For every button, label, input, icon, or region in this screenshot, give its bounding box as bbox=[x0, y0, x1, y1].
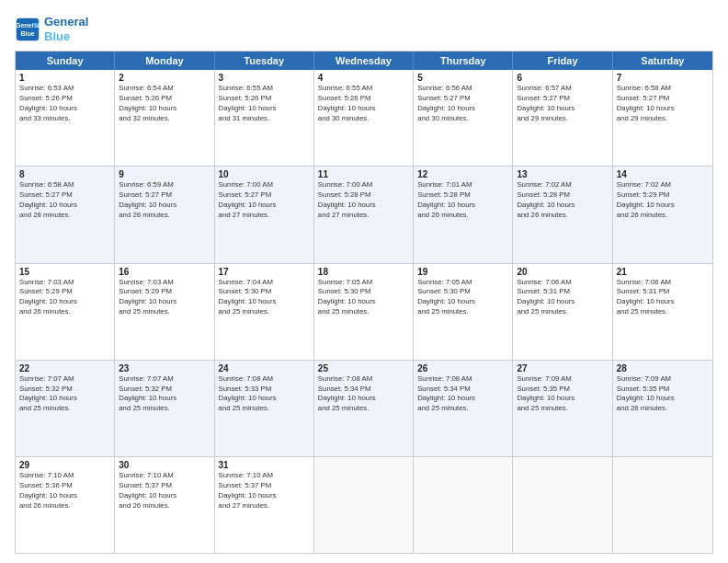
day-info: Sunrise: 7:10 AMSunset: 5:37 PMDaylight:… bbox=[119, 471, 210, 511]
day-info: Sunrise: 7:06 AMSunset: 5:31 PMDaylight:… bbox=[617, 278, 709, 318]
day-number: 30 bbox=[119, 460, 210, 470]
week-row-1: 1Sunrise: 6:53 AMSunset: 5:26 PMDaylight… bbox=[16, 70, 712, 166]
day-number: 14 bbox=[617, 169, 709, 179]
svg-text:Blue: Blue bbox=[20, 30, 34, 37]
day-5: 5Sunrise: 6:56 AMSunset: 5:27 PMDaylight… bbox=[414, 70, 513, 166]
day-24: 24Sunrise: 7:08 AMSunset: 5:33 PMDayligh… bbox=[215, 361, 314, 456]
day-1: 1Sunrise: 6:53 AMSunset: 5:26 PMDaylight… bbox=[16, 70, 115, 166]
day-info: Sunrise: 7:05 AMSunset: 5:30 PMDaylight:… bbox=[318, 278, 409, 318]
empty-cell bbox=[314, 457, 414, 553]
day-info: Sunrise: 7:03 AMSunset: 5:29 PMDaylight:… bbox=[19, 278, 110, 318]
day-27: 27Sunrise: 7:09 AMSunset: 5:35 PMDayligh… bbox=[513, 361, 612, 456]
day-number: 7 bbox=[617, 73, 709, 83]
day-25: 25Sunrise: 7:08 AMSunset: 5:34 PMDayligh… bbox=[314, 361, 414, 456]
empty-cell bbox=[513, 457, 612, 553]
day-28: 28Sunrise: 7:09 AMSunset: 5:35 PMDayligh… bbox=[613, 361, 712, 456]
day-2: 2Sunrise: 6:54 AMSunset: 5:26 PMDaylight… bbox=[115, 70, 214, 166]
day-info: Sunrise: 7:09 AMSunset: 5:35 PMDaylight:… bbox=[617, 374, 709, 415]
day-number: 15 bbox=[19, 267, 110, 277]
day-number: 24 bbox=[219, 363, 310, 373]
day-13: 13Sunrise: 7:02 AMSunset: 5:28 PMDayligh… bbox=[513, 167, 612, 262]
day-number: 21 bbox=[617, 267, 709, 277]
day-number: 6 bbox=[517, 73, 608, 83]
day-number: 3 bbox=[219, 73, 310, 83]
day-18: 18Sunrise: 7:05 AMSunset: 5:30 PMDayligh… bbox=[314, 264, 414, 360]
header-day-thursday: Thursday bbox=[414, 52, 513, 70]
day-number: 9 bbox=[119, 169, 210, 179]
day-number: 28 bbox=[617, 363, 709, 373]
day-info: Sunrise: 7:08 AMSunset: 5:34 PMDaylight:… bbox=[318, 374, 409, 415]
logo-icon: General Blue bbox=[15, 17, 40, 42]
day-7: 7Sunrise: 6:58 AMSunset: 5:27 PMDaylight… bbox=[613, 70, 712, 166]
page-header: General Blue GeneralBlue bbox=[15, 15, 713, 43]
day-info: Sunrise: 6:55 AMSunset: 5:26 PMDaylight:… bbox=[219, 84, 310, 124]
day-4: 4Sunrise: 6:55 AMSunset: 5:26 PMDaylight… bbox=[314, 70, 414, 166]
day-17: 17Sunrise: 7:04 AMSunset: 5:30 PMDayligh… bbox=[215, 264, 314, 360]
day-number: 26 bbox=[417, 363, 508, 373]
day-number: 13 bbox=[517, 169, 608, 179]
day-26: 26Sunrise: 7:08 AMSunset: 5:34 PMDayligh… bbox=[414, 361, 513, 456]
day-number: 12 bbox=[417, 169, 508, 179]
header-day-monday: Monday bbox=[115, 52, 214, 70]
day-12: 12Sunrise: 7:01 AMSunset: 5:28 PMDayligh… bbox=[414, 167, 513, 262]
day-number: 11 bbox=[318, 169, 409, 179]
day-number: 4 bbox=[318, 73, 409, 83]
day-31: 31Sunrise: 7:10 AMSunset: 5:37 PMDayligh… bbox=[215, 457, 314, 553]
day-30: 30Sunrise: 7:10 AMSunset: 5:37 PMDayligh… bbox=[115, 457, 214, 553]
day-info: Sunrise: 7:10 AMSunset: 5:36 PMDaylight:… bbox=[19, 471, 110, 511]
day-info: Sunrise: 6:57 AMSunset: 5:27 PMDaylight:… bbox=[517, 84, 608, 124]
day-16: 16Sunrise: 7:03 AMSunset: 5:29 PMDayligh… bbox=[115, 264, 214, 360]
day-info: Sunrise: 6:53 AMSunset: 5:26 PMDaylight:… bbox=[19, 84, 110, 124]
day-info: Sunrise: 7:06 AMSunset: 5:31 PMDaylight:… bbox=[517, 278, 608, 318]
day-23: 23Sunrise: 7:07 AMSunset: 5:32 PMDayligh… bbox=[115, 361, 214, 456]
day-number: 19 bbox=[417, 267, 508, 277]
day-info: Sunrise: 6:59 AMSunset: 5:27 PMDaylight:… bbox=[119, 180, 210, 221]
calendar-page: General Blue GeneralBlue SundayMondayTue… bbox=[0, 0, 728, 563]
day-info: Sunrise: 7:00 AMSunset: 5:28 PMDaylight:… bbox=[318, 180, 409, 221]
week-row-4: 22Sunrise: 7:07 AMSunset: 5:32 PMDayligh… bbox=[16, 360, 712, 456]
week-row-2: 8Sunrise: 6:58 AMSunset: 5:27 PMDaylight… bbox=[16, 166, 712, 262]
header-day-tuesday: Tuesday bbox=[215, 52, 314, 70]
day-number: 22 bbox=[19, 363, 110, 373]
header-day-sunday: Sunday bbox=[16, 52, 115, 70]
day-info: Sunrise: 6:56 AMSunset: 5:27 PMDaylight:… bbox=[417, 84, 508, 124]
day-number: 17 bbox=[219, 267, 310, 277]
week-row-3: 15Sunrise: 7:03 AMSunset: 5:29 PMDayligh… bbox=[16, 263, 712, 360]
day-8: 8Sunrise: 6:58 AMSunset: 5:27 PMDaylight… bbox=[16, 167, 115, 262]
day-info: Sunrise: 7:04 AMSunset: 5:30 PMDaylight:… bbox=[219, 278, 310, 318]
day-29: 29Sunrise: 7:10 AMSunset: 5:36 PMDayligh… bbox=[16, 457, 115, 553]
header-day-friday: Friday bbox=[513, 52, 612, 70]
day-22: 22Sunrise: 7:07 AMSunset: 5:32 PMDayligh… bbox=[16, 361, 115, 456]
day-info: Sunrise: 6:58 AMSunset: 5:27 PMDaylight:… bbox=[19, 180, 110, 221]
day-info: Sunrise: 7:10 AMSunset: 5:37 PMDaylight:… bbox=[219, 471, 310, 511]
logo-text: GeneralBlue bbox=[44, 15, 88, 43]
week-row-5: 29Sunrise: 7:10 AMSunset: 5:36 PMDayligh… bbox=[16, 456, 712, 553]
day-info: Sunrise: 7:09 AMSunset: 5:35 PMDaylight:… bbox=[517, 374, 608, 415]
day-number: 27 bbox=[517, 363, 608, 373]
day-info: Sunrise: 7:08 AMSunset: 5:33 PMDaylight:… bbox=[219, 374, 310, 415]
day-info: Sunrise: 7:07 AMSunset: 5:32 PMDaylight:… bbox=[19, 374, 110, 415]
day-info: Sunrise: 7:02 AMSunset: 5:28 PMDaylight:… bbox=[517, 180, 608, 221]
day-info: Sunrise: 6:54 AMSunset: 5:26 PMDaylight:… bbox=[119, 84, 210, 124]
day-number: 25 bbox=[318, 363, 409, 373]
day-20: 20Sunrise: 7:06 AMSunset: 5:31 PMDayligh… bbox=[513, 264, 612, 360]
day-number: 1 bbox=[19, 73, 110, 83]
day-info: Sunrise: 6:58 AMSunset: 5:27 PMDaylight:… bbox=[617, 84, 709, 124]
calendar-body: 1Sunrise: 6:53 AMSunset: 5:26 PMDaylight… bbox=[16, 70, 712, 553]
day-number: 2 bbox=[119, 73, 210, 83]
day-info: Sunrise: 6:55 AMSunset: 5:26 PMDaylight:… bbox=[318, 84, 409, 124]
calendar-header: SundayMondayTuesdayWednesdayThursdayFrid… bbox=[16, 52, 712, 70]
day-info: Sunrise: 7:08 AMSunset: 5:34 PMDaylight:… bbox=[417, 374, 508, 415]
day-15: 15Sunrise: 7:03 AMSunset: 5:29 PMDayligh… bbox=[16, 264, 115, 360]
day-info: Sunrise: 7:05 AMSunset: 5:30 PMDaylight:… bbox=[417, 278, 508, 318]
day-info: Sunrise: 7:00 AMSunset: 5:27 PMDaylight:… bbox=[219, 180, 310, 221]
day-21: 21Sunrise: 7:06 AMSunset: 5:31 PMDayligh… bbox=[613, 264, 712, 360]
day-number: 16 bbox=[119, 267, 210, 277]
header-day-wednesday: Wednesday bbox=[314, 52, 414, 70]
day-number: 8 bbox=[19, 169, 110, 179]
logo: General Blue GeneralBlue bbox=[15, 15, 88, 43]
day-number: 10 bbox=[219, 169, 310, 179]
day-9: 9Sunrise: 6:59 AMSunset: 5:27 PMDaylight… bbox=[115, 167, 214, 262]
empty-cell bbox=[613, 457, 712, 553]
day-number: 29 bbox=[19, 460, 110, 470]
